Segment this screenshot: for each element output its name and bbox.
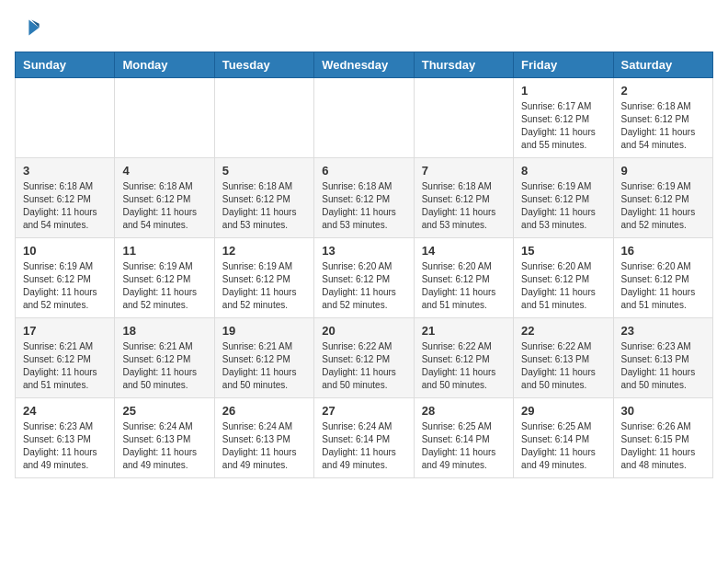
day-info: Sunrise: 6:22 AMSunset: 6:12 PMDaylight:… [422,340,506,392]
day-number: 25 [122,404,206,418]
day-number: 13 [322,244,405,258]
calendar-cell: 26Sunrise: 6:24 AMSunset: 6:13 PMDayligh… [214,398,313,478]
calendar-cell: 28Sunrise: 6:25 AMSunset: 6:14 PMDayligh… [414,398,513,478]
day-info: Sunrise: 6:21 AMSunset: 6:12 PMDaylight:… [222,340,306,392]
calendar-cell: 2Sunrise: 6:18 AMSunset: 6:12 PMDaylight… [613,78,712,158]
day-number: 24 [23,404,107,418]
day-number: 6 [322,164,405,178]
calendar-cell: 6Sunrise: 6:18 AMSunset: 6:12 PMDaylight… [314,158,414,238]
day-info: Sunrise: 6:20 AMSunset: 6:12 PMDaylight:… [422,260,506,312]
calendar-table: SundayMondayTuesdayWednesdayThursdayFrid… [15,52,713,478]
calendar-week-row: 1Sunrise: 6:17 AMSunset: 6:12 PMDaylight… [16,78,713,158]
day-number: 12 [222,244,306,258]
day-number: 3 [23,164,107,178]
day-number: 9 [621,164,705,178]
calendar-header-row: SundayMondayTuesdayWednesdayThursdayFrid… [16,52,713,78]
weekday-header: Wednesday [314,52,414,78]
calendar-cell: 11Sunrise: 6:19 AMSunset: 6:12 PMDayligh… [115,238,214,318]
day-number: 23 [621,324,705,338]
day-info: Sunrise: 6:20 AMSunset: 6:12 PMDaylight:… [621,260,705,312]
calendar-cell [314,78,414,158]
calendar-cell: 8Sunrise: 6:19 AMSunset: 6:12 PMDaylight… [514,158,613,238]
day-info: Sunrise: 6:19 AMSunset: 6:12 PMDaylight:… [122,260,206,312]
day-info: Sunrise: 6:24 AMSunset: 6:13 PMDaylight:… [222,420,306,472]
calendar-cell: 3Sunrise: 6:18 AMSunset: 6:12 PMDaylight… [16,158,115,238]
day-number: 28 [422,404,506,418]
day-info: Sunrise: 6:18 AMSunset: 6:12 PMDaylight:… [222,180,306,232]
calendar-cell [16,78,115,158]
day-number: 22 [521,324,605,338]
calendar-cell: 1Sunrise: 6:17 AMSunset: 6:12 PMDaylight… [514,78,613,158]
day-number: 29 [521,404,605,418]
day-number: 21 [422,324,506,338]
day-info: Sunrise: 6:18 AMSunset: 6:12 PMDaylight:… [23,180,107,232]
calendar-cell [214,78,313,158]
weekday-header: Saturday [613,52,712,78]
calendar-cell: 30Sunrise: 6:26 AMSunset: 6:15 PMDayligh… [613,398,712,478]
calendar-week-row: 17Sunrise: 6:21 AMSunset: 6:12 PMDayligh… [16,318,713,398]
day-info: Sunrise: 6:18 AMSunset: 6:12 PMDaylight:… [122,180,206,232]
weekday-header: Monday [115,52,214,78]
logo-icon [15,15,40,40]
day-number: 1 [521,84,605,98]
day-number: 15 [521,244,605,258]
calendar-cell: 20Sunrise: 6:22 AMSunset: 6:12 PMDayligh… [314,318,414,398]
day-info: Sunrise: 6:18 AMSunset: 6:12 PMDaylight:… [422,180,506,232]
calendar-cell: 21Sunrise: 6:22 AMSunset: 6:12 PMDayligh… [414,318,513,398]
calendar-cell: 10Sunrise: 6:19 AMSunset: 6:12 PMDayligh… [16,238,115,318]
calendar-week-row: 24Sunrise: 6:23 AMSunset: 6:13 PMDayligh… [16,398,713,478]
day-number: 17 [23,324,107,338]
calendar-cell [414,78,513,158]
calendar-cell: 7Sunrise: 6:18 AMSunset: 6:12 PMDaylight… [414,158,513,238]
calendar-cell: 25Sunrise: 6:24 AMSunset: 6:13 PMDayligh… [115,398,214,478]
day-info: Sunrise: 6:21 AMSunset: 6:12 PMDaylight:… [23,340,107,392]
day-info: Sunrise: 6:21 AMSunset: 6:12 PMDaylight:… [122,340,206,392]
day-number: 5 [222,164,306,178]
day-info: Sunrise: 6:20 AMSunset: 6:12 PMDaylight:… [322,260,405,312]
calendar-cell: 13Sunrise: 6:20 AMSunset: 6:12 PMDayligh… [314,238,414,318]
weekday-header: Tuesday [214,52,313,78]
day-number: 19 [222,324,306,338]
weekday-header: Sunday [16,52,115,78]
weekday-header: Friday [514,52,613,78]
calendar-cell: 18Sunrise: 6:21 AMSunset: 6:12 PMDayligh… [115,318,214,398]
day-number: 4 [122,164,206,178]
calendar-cell: 29Sunrise: 6:25 AMSunset: 6:14 PMDayligh… [514,398,613,478]
day-number: 20 [322,324,405,338]
logo [15,15,42,40]
day-info: Sunrise: 6:18 AMSunset: 6:12 PMDaylight:… [621,100,705,152]
day-info: Sunrise: 6:25 AMSunset: 6:14 PMDaylight:… [521,420,605,472]
day-info: Sunrise: 6:25 AMSunset: 6:14 PMDaylight:… [422,420,506,472]
day-info: Sunrise: 6:19 AMSunset: 6:12 PMDaylight:… [23,260,107,312]
day-number: 7 [422,164,506,178]
calendar-week-row: 3Sunrise: 6:18 AMSunset: 6:12 PMDaylight… [16,158,713,238]
calendar-cell [115,78,214,158]
day-info: Sunrise: 6:19 AMSunset: 6:12 PMDaylight:… [621,180,705,232]
day-info: Sunrise: 6:22 AMSunset: 6:13 PMDaylight:… [521,340,605,392]
calendar-week-row: 10Sunrise: 6:19 AMSunset: 6:12 PMDayligh… [16,238,713,318]
page-header [15,15,713,40]
weekday-header: Thursday [414,52,513,78]
calendar-cell: 5Sunrise: 6:18 AMSunset: 6:12 PMDaylight… [214,158,313,238]
calendar-cell: 27Sunrise: 6:24 AMSunset: 6:14 PMDayligh… [314,398,414,478]
day-info: Sunrise: 6:19 AMSunset: 6:12 PMDaylight:… [521,180,605,232]
day-info: Sunrise: 6:23 AMSunset: 6:13 PMDaylight:… [621,340,705,392]
calendar-cell: 14Sunrise: 6:20 AMSunset: 6:12 PMDayligh… [414,238,513,318]
calendar-cell: 24Sunrise: 6:23 AMSunset: 6:13 PMDayligh… [16,398,115,478]
calendar-cell: 4Sunrise: 6:18 AMSunset: 6:12 PMDaylight… [115,158,214,238]
calendar-cell: 19Sunrise: 6:21 AMSunset: 6:12 PMDayligh… [214,318,313,398]
day-number: 27 [322,404,405,418]
calendar-cell: 9Sunrise: 6:19 AMSunset: 6:12 PMDaylight… [613,158,712,238]
day-info: Sunrise: 6:24 AMSunset: 6:14 PMDaylight:… [322,420,405,472]
calendar-cell: 16Sunrise: 6:20 AMSunset: 6:12 PMDayligh… [613,238,712,318]
day-number: 11 [122,244,206,258]
day-number: 2 [621,84,705,98]
day-number: 8 [521,164,605,178]
day-info: Sunrise: 6:18 AMSunset: 6:12 PMDaylight:… [322,180,405,232]
day-info: Sunrise: 6:24 AMSunset: 6:13 PMDaylight:… [122,420,206,472]
day-number: 10 [23,244,107,258]
day-info: Sunrise: 6:19 AMSunset: 6:12 PMDaylight:… [222,260,306,312]
day-info: Sunrise: 6:23 AMSunset: 6:13 PMDaylight:… [23,420,107,472]
calendar-cell: 22Sunrise: 6:22 AMSunset: 6:13 PMDayligh… [514,318,613,398]
day-number: 16 [621,244,705,258]
